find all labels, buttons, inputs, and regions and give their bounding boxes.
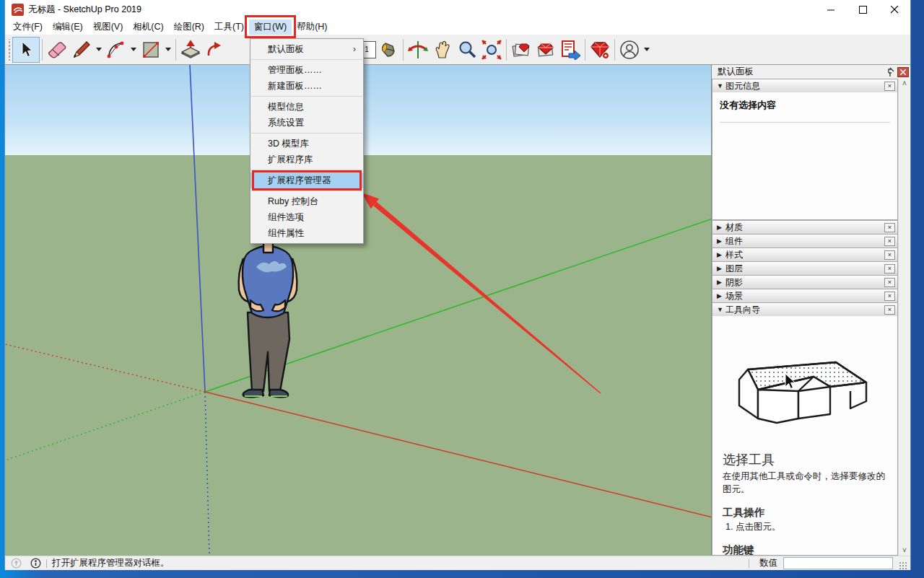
zoom-extents-button[interactable] xyxy=(479,37,504,63)
menu-camera[interactable]: 相机(C) xyxy=(128,19,168,35)
zoom-tool-button[interactable] xyxy=(455,37,479,63)
orbit-tool-button[interactable] xyxy=(406,37,430,63)
instructor-ops-step: 1. 点击图元。 xyxy=(723,521,887,533)
expand-triangle-icon: ▶ xyxy=(717,224,725,231)
pencil-icon xyxy=(71,40,92,60)
section-close-icon[interactable]: × xyxy=(884,278,895,287)
section-close-icon[interactable]: × xyxy=(884,250,895,260)
account-icon xyxy=(619,40,640,60)
extension-warehouse-button-1[interactable] xyxy=(509,37,533,63)
section-label: 阴影 xyxy=(725,276,743,289)
pan-tool-button[interactable] xyxy=(430,37,455,63)
panel-close-button[interactable] xyxy=(897,67,909,77)
section-close-icon[interactable]: × xyxy=(884,264,895,273)
menu-window[interactable]: 窗口(W) xyxy=(249,19,292,35)
no-selection-text: 没有选择内容 xyxy=(720,99,890,112)
menu-item-manage-panels[interactable]: 管理面板…… xyxy=(250,62,363,78)
section-header-materials[interactable]: ▶ 材质 × xyxy=(712,220,898,234)
menu-edit[interactable]: 编辑(E) xyxy=(48,19,88,35)
menu-item-default-panel[interactable]: 默认面板 › xyxy=(250,41,363,57)
rectangle-icon xyxy=(141,40,160,59)
measurement-input[interactable] xyxy=(783,557,893,569)
extension-manager-button[interactable] xyxy=(588,37,612,63)
default-panel-tray: 默认面板 ▼ 图元信息 × xyxy=(711,65,910,556)
paint-bucket-tool-button[interactable] xyxy=(376,37,401,63)
red-axis-dotted xyxy=(5,344,205,392)
resize-grip[interactable] xyxy=(899,561,907,570)
status-message: 打开扩展程序管理器对话框。 xyxy=(52,557,170,569)
title-bar: 无标题 - SketchUp Pro 2019 xyxy=(5,0,910,19)
toolbar-drag-handle[interactable] xyxy=(6,39,12,61)
menu-separator xyxy=(251,96,362,97)
pin-icon[interactable] xyxy=(884,67,894,77)
green-axis-dotted xyxy=(5,392,205,460)
section-header-instructor[interactable]: ▼ 工具向导 × xyxy=(712,302,898,316)
minimize-button[interactable] xyxy=(815,0,847,19)
section-close-icon[interactable]: × xyxy=(884,223,895,232)
menu-window-label: 窗口(W) xyxy=(254,21,287,33)
rectangle-tool-dropdown[interactable] xyxy=(163,37,173,63)
menu-tools[interactable]: 工具(T) xyxy=(209,19,249,35)
geolocation-status-icon[interactable] xyxy=(11,558,22,569)
expand-triangle-icon: ▶ xyxy=(717,279,725,286)
menu-item-label: 扩展程序管理器 xyxy=(268,175,331,187)
menu-item-extension-warehouse[interactable]: 扩展程序库 xyxy=(250,152,363,167)
desktop-background: 无标题 - SketchUp Pro 2019 文件(F) 编辑(E) 视图(V… xyxy=(0,0,924,578)
send-to-layout-button[interactable] xyxy=(558,37,583,63)
menu-item-component-options[interactable]: 组件选项 xyxy=(250,209,363,225)
line-tool-button[interactable] xyxy=(69,37,94,63)
section-close-icon[interactable]: × xyxy=(884,305,895,315)
menu-help[interactable]: 帮助(H) xyxy=(292,19,332,35)
menu-item-new-panel[interactable]: 新建面板…… xyxy=(250,78,363,94)
divider xyxy=(720,122,890,123)
section-label: 样式 xyxy=(725,249,743,261)
section-close-icon[interactable]: × xyxy=(884,292,895,301)
scroll-up-icon[interactable]: ˄ xyxy=(902,80,907,87)
section-header-layers[interactable]: ▶ 图层 × xyxy=(712,261,898,275)
menu-item-ruby-console[interactable]: Ruby 控制台 xyxy=(250,193,363,209)
toolbar: 1 xyxy=(5,35,910,65)
menu-separator xyxy=(251,191,362,191)
maximize-button[interactable] xyxy=(847,0,879,19)
section-close-icon[interactable]: × xyxy=(884,82,895,91)
close-button[interactable] xyxy=(879,0,910,19)
follow-me-tool-button[interactable] xyxy=(203,37,227,63)
select-tool-button[interactable] xyxy=(12,37,40,63)
section-header-styles[interactable]: ▶ 样式 × xyxy=(712,248,898,261)
section-header-scenes[interactable]: ▶ 场景 × xyxy=(712,289,898,302)
eraser-tool-button[interactable] xyxy=(45,37,69,63)
section-header-components[interactable]: ▶ 组件 × xyxy=(712,234,898,248)
arc-tool-dropdown[interactable] xyxy=(128,37,139,63)
toolbar-separator xyxy=(403,39,404,61)
push-pull-icon xyxy=(180,40,201,60)
account-button[interactable] xyxy=(617,37,642,63)
line-tool-dropdown[interactable] xyxy=(94,37,104,63)
toolbar-separator xyxy=(585,39,585,61)
instructor-illustration xyxy=(723,336,887,432)
push-pull-tool-button[interactable] xyxy=(178,37,203,63)
menu-item-model-info[interactable]: 模型信息 xyxy=(250,99,363,115)
account-dropdown[interactable] xyxy=(642,37,652,63)
menu-item-3d-warehouse[interactable]: 3D 模型库 xyxy=(250,136,363,152)
section-header-shadows[interactable]: ▶ 阴影 × xyxy=(712,275,898,289)
arc-tool-button[interactable] xyxy=(104,37,128,63)
hidden-tool-label: 1 xyxy=(365,45,369,53)
menu-bar: 文件(F) 编辑(E) 视图(V) 相机(C) 绘图(R) 工具(T) 窗口(W… xyxy=(5,19,910,35)
entity-info-content: 没有选择内容 xyxy=(712,92,898,220)
extension-warehouse-button-2[interactable] xyxy=(533,37,558,63)
instructor-keys-heading: 功能键 xyxy=(723,543,887,556)
scroll-down-icon[interactable]: ˅ xyxy=(902,547,907,554)
menu-item-preferences[interactable]: 系统设置 xyxy=(250,115,363,131)
section-label: 图元信息 xyxy=(725,80,760,92)
menu-item-component-attributes[interactable]: 组件属性 xyxy=(250,225,363,241)
menu-view[interactable]: 视图(V) xyxy=(88,19,128,35)
section-close-icon[interactable]: × xyxy=(884,237,895,246)
rectangle-tool-button[interactable] xyxy=(139,37,163,63)
panel-scrollbar[interactable]: ˄ ˅ xyxy=(898,79,910,556)
menu-item-extension-manager[interactable]: 扩展程序管理器 xyxy=(250,172,363,188)
section-header-entity-info[interactable]: ▼ 图元信息 × xyxy=(712,79,898,92)
menu-draw[interactable]: 绘图(R) xyxy=(169,19,209,35)
menu-file[interactable]: 文件(F) xyxy=(8,19,48,35)
expand-triangle-icon: ▶ xyxy=(717,265,725,272)
credits-status-icon[interactable] xyxy=(30,558,41,569)
